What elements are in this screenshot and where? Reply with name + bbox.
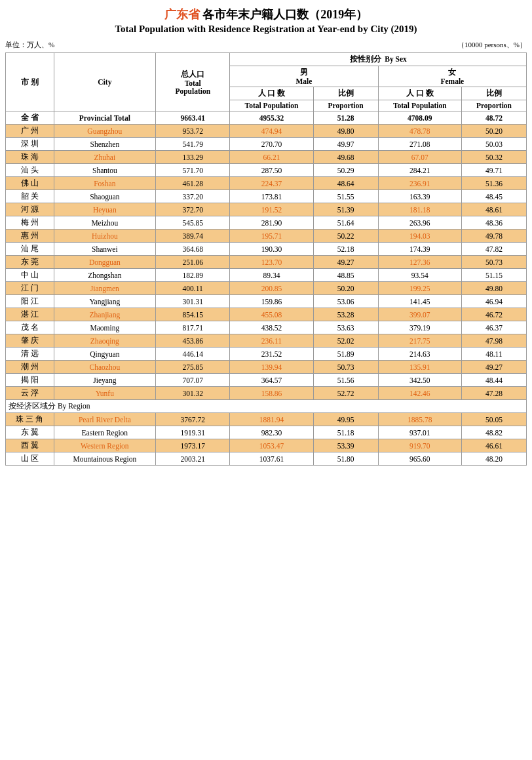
header-female-pop-en: Total Population xyxy=(378,100,461,111)
table-row: 全 省Provincial Total9663.414955.3251.2847… xyxy=(6,111,527,125)
table-row: 东 翼Eastern Region1919.31982.3051.18937.0… xyxy=(6,426,527,439)
table-row: 珠 海Zhuhai133.2966.2149.6867.0750.32 xyxy=(6,151,527,164)
table-row: 河 源Heyuan372.70191.5251.39181.1848.61 xyxy=(6,203,527,216)
table-row: 梅 州Meizhou545.85281.9051.64263.9648.36 xyxy=(6,216,527,230)
table-row: 惠 州Huizhou389.74195.7150.22194.0349.78 xyxy=(6,230,527,243)
header-male-prop-en: Proportion xyxy=(313,100,378,111)
header-female-pop-cn: 人 口 数 xyxy=(378,87,461,100)
table-row: 佛 山Foshan461.28224.3748.64236.9151.36 xyxy=(6,177,527,190)
table-row: 山 区Mountainous Region2003.211037.6151.80… xyxy=(6,452,527,466)
header-total: 总人口 Total Population xyxy=(156,53,230,111)
table-row: 茂 名Maoming817.71438.5253.63379.1946.37 xyxy=(6,321,527,334)
table-row: 阳 江Yangjiang301.31159.8653.06141.4546.94 xyxy=(6,295,527,308)
table-row: 肇 庆Zhaoqing453.86236.1152.02217.7547.98 xyxy=(6,334,527,348)
table-row: 江 门Jiangmen400.11200.8550.20199.2549.80 xyxy=(6,282,527,295)
header-female: 女 Female xyxy=(378,66,526,87)
meta-unit-en: （10000 persons、%） xyxy=(457,40,527,50)
meta-unit: 单位：万人、% xyxy=(5,40,54,50)
table-row: 揭 阳Jieyang707.07364.5751.56342.5048.44 xyxy=(6,374,527,387)
table-row: 广 州Guangzhou953.72474.9449.80478.7850.20 xyxy=(6,125,527,138)
header-male-pop-cn: 人 口 数 xyxy=(230,87,313,100)
main-title-cn: 广东省 各市年末户籍人口数（2019年） xyxy=(5,7,527,22)
table-row: 珠 三 角Pearl River Delta3767.721881.9449.9… xyxy=(6,413,527,426)
table-row: 西 翼Western Region1973.171053.4753.39919.… xyxy=(6,439,527,452)
header-female-prop-cn: 比例 xyxy=(461,87,526,100)
header-male: 男 Male xyxy=(230,66,378,87)
region-label-row: 按经济区域分 By Region xyxy=(6,400,527,413)
table-row: 湛 江Zhanjiang854.15455.0853.28399.0746.72 xyxy=(6,308,527,321)
table-row: 汕 头Shantou571.70287.5050.29284.2149.71 xyxy=(6,164,527,177)
header-city-en: City xyxy=(54,53,156,111)
main-title-en: Total Population with Residence Registra… xyxy=(5,24,527,35)
table-row: 云 浮Yunfu301.32158.8652.72142.4647.28 xyxy=(6,387,527,400)
table-row: 清 远Qingyuan446.14231.5251.89214.6348.11 xyxy=(6,348,527,361)
table-row: 韶 关Shaoguan337.20173.8151.55163.3948.45 xyxy=(6,190,527,203)
population-table: 市 别 City 总人口 Total Population 按性别分 By Se… xyxy=(5,52,527,466)
header-city-cn: 市 别 xyxy=(6,53,54,111)
table-row: 潮 州Chaozhou275.85139.9450.73135.9149.27 xyxy=(6,361,527,374)
table-row: 东 莞Dongguan251.06123.7049.27127.3650.73 xyxy=(6,256,527,269)
header-by-sex: 按性别分 By Sex xyxy=(230,53,527,66)
table-row: 汕 尾Shanwei364.68190.3052.18174.3947.82 xyxy=(6,243,527,256)
table-row: 中 山Zhongshan182.8989.3448.8593.5451.15 xyxy=(6,269,527,282)
header-female-prop-en: Proportion xyxy=(461,100,526,111)
header-male-pop-en: Total Population xyxy=(230,100,313,111)
table-row: 深 圳Shenzhen541.79270.7049.97271.0850.03 xyxy=(6,138,527,151)
header-male-prop-cn: 比例 xyxy=(313,87,378,100)
